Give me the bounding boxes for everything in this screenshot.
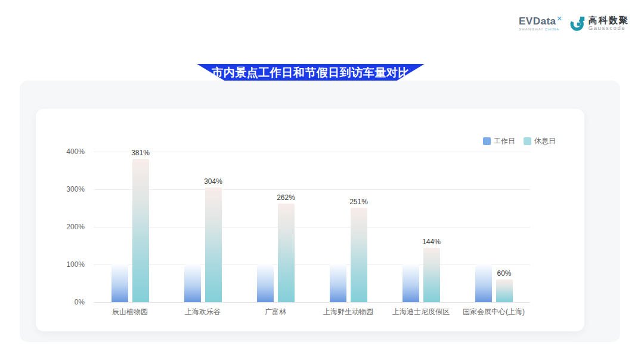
- gausscode-en-text: Gausscode: [589, 25, 629, 31]
- gausscode-cn-text: 高科数聚: [589, 16, 629, 26]
- gridline: [94, 264, 530, 265]
- bar-value-label: 251%: [341, 198, 377, 206]
- chart-card: 工作日 休息日 0%100%200%300%400%381%辰山植物园304%上…: [36, 109, 584, 331]
- bar-value-label: 144%: [414, 238, 450, 246]
- bar-restday[interactable]: [278, 204, 295, 302]
- bar-value-label: 381%: [123, 149, 159, 157]
- bar-value-label: 60%: [487, 269, 522, 278]
- bar-workday[interactable]: [184, 264, 201, 302]
- category-label: 国家会展中心(上海): [449, 307, 538, 317]
- y-axis-tick-label: 100%: [56, 260, 85, 269]
- bar-restday[interactable]: [205, 187, 222, 302]
- header-logos: EVData✕ SHANGHAI CHINA 高科数聚 Gausscode: [519, 12, 632, 35]
- gridline: [94, 152, 530, 152]
- bar-workday[interactable]: [402, 264, 419, 302]
- gausscode-logo: 高科数聚 Gausscode: [569, 16, 629, 32]
- y-axis-tick-label: 300%: [56, 185, 85, 193]
- chart-title-banner: 市内景点工作日和节假日到访车量对比: [197, 64, 425, 82]
- evdata-subtext: SHANGHAI CHINA: [519, 27, 562, 31]
- bar-value-label: 262%: [268, 193, 304, 202]
- gridline: [94, 302, 530, 303]
- gridline: [94, 189, 530, 190]
- bar-restday[interactable]: [351, 208, 367, 302]
- chart-title: 市内景点工作日和节假日到访车量对比: [212, 65, 410, 81]
- bar-restday[interactable]: [132, 159, 149, 302]
- bar-workday[interactable]: [330, 264, 346, 302]
- bar-restday[interactable]: [496, 279, 513, 302]
- y-axis-tick-label: 200%: [56, 223, 85, 231]
- bar-restday[interactable]: [423, 248, 440, 302]
- evdata-wordmark: EVData: [519, 16, 556, 27]
- bar-value-label: 304%: [196, 177, 231, 186]
- gausscode-g-icon: [569, 16, 586, 32]
- bar-chart: 0%100%200%300%400%381%辰山植物园304%上海欢乐谷262%…: [36, 109, 584, 331]
- bar-workday[interactable]: [257, 264, 274, 302]
- evdata-logo: EVData✕ SHANGHAI CHINA: [519, 16, 562, 31]
- gridline: [94, 227, 530, 227]
- bar-workday[interactable]: [112, 264, 128, 302]
- evdata-x-icon: ✕: [557, 15, 562, 22]
- y-axis-tick-label: 0%: [56, 298, 85, 306]
- y-axis-tick-label: 400%: [56, 147, 85, 156]
